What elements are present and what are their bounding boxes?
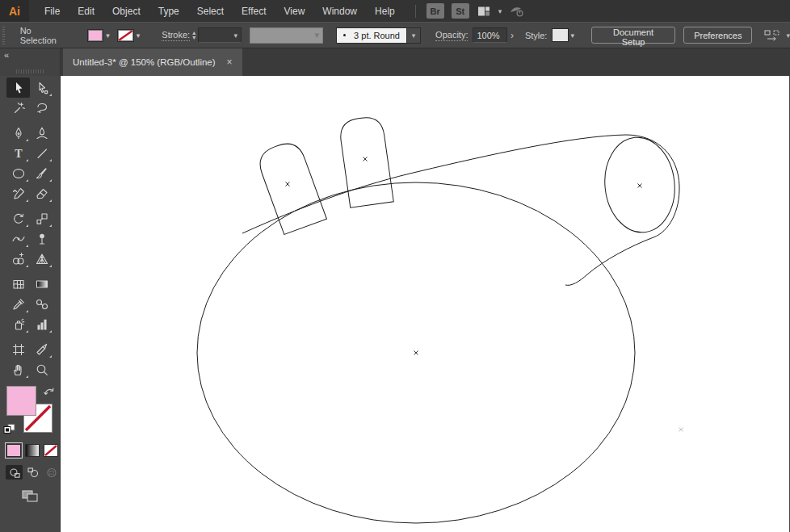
menu-help[interactable]: Help (366, 0, 404, 22)
menu-edit[interactable]: Edit (69, 0, 103, 22)
menu-file[interactable]: File (36, 0, 69, 22)
draw-inside-icon (43, 465, 60, 480)
gradient-button[interactable] (25, 444, 40, 457)
shaper-icon (11, 186, 26, 201)
color-button[interactable] (6, 444, 21, 457)
head-outline[interactable] (242, 135, 679, 285)
style-swatch[interactable] (552, 28, 568, 42)
snout-ellipse[interactable] (600, 134, 679, 236)
opacity-expand-icon[interactable]: › (507, 30, 517, 41)
stroke-weight-dropdown[interactable]: ▾ (198, 27, 242, 43)
tool-line-segment[interactable] (30, 143, 53, 163)
menu-effect[interactable]: Effect (233, 0, 275, 22)
tool-symbol-sprayer[interactable] (6, 314, 30, 334)
tool-selection[interactable] (6, 77, 30, 98)
tool-width[interactable] (6, 228, 30, 249)
tool-zoom[interactable] (30, 359, 53, 379)
tool-perspective-grid[interactable] (30, 249, 53, 269)
stroke-color-swatch[interactable] (117, 29, 134, 42)
preferences-button[interactable]: Preferences (683, 27, 752, 44)
stock-button[interactable]: St (452, 3, 469, 19)
tool-artboard[interactable] (6, 339, 30, 359)
menu-view[interactable]: View (275, 0, 314, 22)
stroke-weight-stepper[interactable]: ▴▾ (192, 31, 195, 40)
tool-magic-wand[interactable] (6, 98, 30, 118)
select-similar-options-icon[interactable] (763, 29, 781, 42)
style-chevron-icon[interactable]: ▾ (569, 30, 578, 41)
document-setup-button[interactable]: Document Setup (591, 27, 675, 44)
gpu-performance-icon[interactable] (509, 4, 525, 19)
menu-type[interactable]: Type (149, 0, 188, 22)
bridge-button[interactable]: Br (427, 3, 444, 19)
center-point-mark (286, 182, 290, 186)
ear-left[interactable] (255, 139, 327, 235)
tool-slice[interactable] (30, 339, 53, 359)
opacity-label[interactable]: Opacity: (435, 30, 468, 41)
screen-mode-button[interactable] (0, 489, 60, 503)
tab-close-icon[interactable]: × (227, 57, 233, 68)
style-label: Style: (525, 31, 548, 40)
tool-paintbrush[interactable] (30, 163, 53, 183)
perspective-grid-icon (35, 252, 49, 266)
fill-chevron-icon[interactable]: ▾ (103, 30, 112, 41)
collapse-panel-button[interactable]: « (4, 50, 8, 60)
menu-object[interactable]: Object (103, 0, 149, 22)
draw-normal-icon[interactable] (6, 465, 23, 480)
mesh-icon (11, 277, 26, 291)
opacity-input[interactable]: 100% (473, 27, 506, 43)
none-button[interactable] (44, 444, 58, 457)
gradient-icon (35, 277, 49, 291)
tools-panel: T (0, 76, 61, 532)
stepper-down-icon[interactable]: ▾ (192, 36, 195, 40)
tool-scale[interactable] (30, 208, 53, 228)
paintbrush-icon (35, 166, 49, 181)
stroke-chevron-icon[interactable]: ▾ (134, 30, 143, 41)
brush-preset-field[interactable]: 3 pt. Round (336, 27, 407, 44)
fill-color-swatch[interactable] (87, 29, 103, 42)
menu-select[interactable]: Select (188, 0, 233, 22)
magic-wand-icon (11, 101, 26, 115)
blend-icon (35, 297, 49, 312)
tool-lasso[interactable] (30, 98, 53, 118)
rotate-icon (11, 212, 26, 226)
tool-pen[interactable] (6, 123, 30, 143)
tool-mesh[interactable] (6, 274, 30, 294)
stroke-weight-label[interactable]: Stroke: (162, 30, 190, 41)
brush-preset-value: 3 pt. Round (354, 31, 400, 40)
default-fill-stroke-icon[interactable] (3, 423, 15, 438)
draw-behind-icon[interactable] (24, 465, 41, 480)
tool-direct-selection[interactable] (30, 77, 53, 98)
chevron-down-icon[interactable]: ▾ (498, 7, 502, 15)
canvas[interactable] (61, 76, 790, 532)
symbol-sprayer-icon (11, 317, 26, 332)
tool-hand[interactable] (6, 359, 30, 379)
tool-eyedropper[interactable] (6, 294, 30, 314)
document-tab[interactable]: Untitled-3* @ 150% (RGB/Outline) × (63, 48, 242, 76)
tool-ellipse[interactable] (6, 163, 30, 183)
tool-shaper[interactable] (6, 183, 30, 203)
menu-bar-right: Br St ▾ (415, 3, 526, 19)
tools-panel-grip[interactable] (16, 69, 44, 73)
swap-fill-stroke-icon[interactable] (43, 386, 56, 400)
tool-column-graph[interactable] (30, 314, 53, 334)
center-point-mark (679, 428, 683, 432)
tool-eraser[interactable] (30, 183, 53, 203)
fill-indicator[interactable] (6, 386, 36, 416)
tool-gradient[interactable] (30, 274, 53, 294)
tool-puppet-warp[interactable] (30, 228, 53, 249)
brush-chevron-button[interactable]: ▾ (407, 27, 421, 44)
tool-type[interactable]: T (6, 143, 30, 163)
ear-right[interactable] (338, 115, 394, 207)
brush-preset-combo[interactable]: 3 pt. Round ▾ (336, 27, 421, 44)
selection-status: No Selection (20, 26, 68, 45)
tool-curvature[interactable] (30, 123, 53, 143)
workspace-switcher-icon[interactable] (477, 4, 491, 19)
chevron-down-icon[interactable]: ▾ (786, 31, 790, 40)
tool-rotate[interactable] (6, 208, 30, 228)
menu-window[interactable]: Window (313, 0, 366, 22)
tool-shape-builder[interactable] (6, 249, 30, 269)
tool-blend[interactable] (30, 294, 53, 314)
direct-selection-icon (35, 81, 49, 95)
control-bar-grip[interactable] (2, 27, 7, 44)
artwork-svg[interactable] (61, 76, 789, 532)
